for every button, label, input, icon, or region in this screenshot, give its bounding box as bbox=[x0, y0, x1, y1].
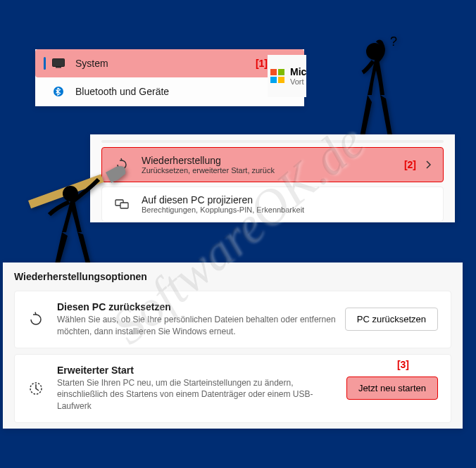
chevron-right-icon bbox=[425, 160, 432, 170]
recovery-title: Wiederherstellung bbox=[142, 155, 396, 166]
svg-point-7 bbox=[366, 43, 383, 60]
sidebar-label-system: System bbox=[75, 58, 108, 69]
svg-rect-12 bbox=[120, 203, 128, 208]
sidebar-item-bluetooth[interactable]: Bluetooth und Geräte bbox=[35, 77, 304, 106]
reset-desc: Wählen Sie aus, ob Sie Ihre persönlichen… bbox=[57, 314, 345, 338]
recovery-item-reset: Diesen PC zurücksetzen Wählen Sie aus, o… bbox=[14, 291, 451, 348]
project-icon bbox=[113, 196, 130, 213]
recovery-item-advanced: Erweiterter Start Starten Sie Ihren PC n… bbox=[14, 354, 451, 423]
restart-now-button[interactable]: Jetzt neu starten bbox=[346, 377, 438, 400]
annotation-3: [3] bbox=[397, 359, 409, 370]
reset-pc-button[interactable]: PC zurücksetzen bbox=[345, 308, 438, 331]
sidebar-item-system[interactable]: System [1] bbox=[35, 49, 304, 77]
advanced-title: Erweiterter Start bbox=[57, 365, 346, 376]
system-icon bbox=[51, 58, 65, 69]
project-subtitle: Berechtigungen, Kopplungs-PIN, Erkennbar… bbox=[142, 205, 432, 214]
svg-rect-3 bbox=[270, 69, 277, 75]
annotation-1: [1] bbox=[256, 58, 268, 69]
settings-sidebar-panel: System [1] Bluetooth und Geräte bbox=[35, 49, 304, 106]
svg-rect-0 bbox=[53, 59, 65, 67]
svg-point-14 bbox=[63, 186, 78, 201]
system-settings-panel: Wiederherstellung Zurücksetzen, erweiter… bbox=[90, 134, 455, 222]
settings-item-recovery[interactable]: Wiederherstellung Zurücksetzen, erweiter… bbox=[101, 147, 444, 182]
sidebar-label-bluetooth: Bluetooth und Geräte bbox=[75, 86, 169, 97]
svg-rect-6 bbox=[278, 77, 284, 83]
project-title: Auf diesen PC projizieren bbox=[142, 194, 432, 205]
recovery-options-panel: Wiederherstellungsoptionen Diesen PC zur… bbox=[3, 263, 463, 429]
ms-title: Mic bbox=[290, 66, 306, 77]
settings-item-project[interactable]: Auf diesen PC projizieren Berechtigungen… bbox=[101, 186, 444, 222]
recovery-icon bbox=[113, 156, 130, 173]
svg-rect-1 bbox=[56, 67, 61, 68]
bluetooth-icon bbox=[51, 86, 65, 97]
svg-rect-5 bbox=[270, 77, 277, 83]
advanced-start-icon bbox=[27, 380, 44, 397]
annotation-2: [2] bbox=[404, 159, 416, 170]
recovery-options-title: Wiederherstellungsoptionen bbox=[14, 271, 451, 282]
reset-icon bbox=[27, 311, 44, 328]
svg-rect-4 bbox=[278, 69, 284, 75]
advanced-desc: Starten Sie Ihren PC neu, um die Startei… bbox=[57, 377, 346, 412]
svg-text:?: ? bbox=[390, 34, 397, 49]
microsoft-logo-icon bbox=[270, 69, 284, 83]
recovery-subtitle: Zurücksetzen, erweiterter Start, zurück bbox=[142, 166, 396, 175]
reset-title: Diesen PC zurücksetzen bbox=[57, 301, 345, 312]
ms-subtitle: Vort bbox=[290, 77, 306, 86]
accent-indicator bbox=[44, 57, 46, 70]
microsoft-box: Mic Vort bbox=[268, 55, 306, 97]
